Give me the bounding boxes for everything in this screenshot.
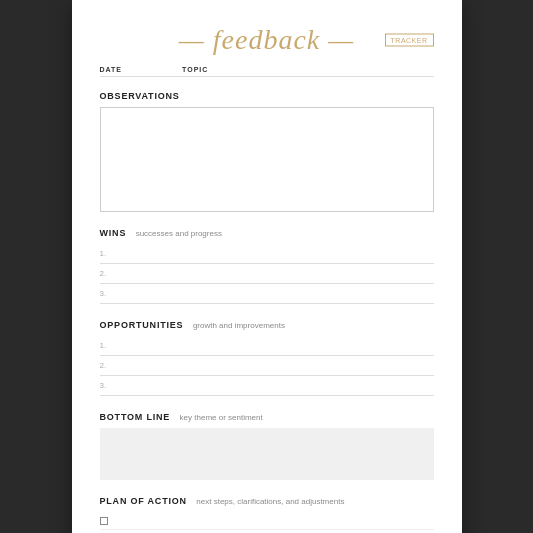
wins-header: WINS successes and progress xyxy=(100,222,434,240)
date-label: DATE xyxy=(100,66,123,73)
opportunities-section: OPPORTUNITIES growth and improvements 1.… xyxy=(100,314,434,396)
plan-of-action-section: PLAN OF ACTION next steps, clarification… xyxy=(100,490,434,533)
observations-label: OBSERVATIONS xyxy=(100,91,180,101)
wins-item-2[interactable]: 2. xyxy=(100,264,434,284)
plan-item-1[interactable] xyxy=(100,512,434,530)
opportunities-header: OPPORTUNITIES growth and improvements xyxy=(100,314,434,332)
opportunities-item-3[interactable]: 3. xyxy=(100,376,434,396)
plan-of-action-label: PLAN OF ACTION xyxy=(100,496,187,506)
opportunities-item-1[interactable]: 1. xyxy=(100,336,434,356)
wins-sublabel: successes and progress xyxy=(136,229,222,238)
bottom-line-label: BOTTOM LINE xyxy=(100,412,171,422)
wins-item-3[interactable]: 3. xyxy=(100,284,434,304)
opportunities-item-2[interactable]: 2. xyxy=(100,356,434,376)
tracker-badge: TRACKER xyxy=(385,34,434,47)
observations-section: OBSERVATIONS xyxy=(100,85,434,212)
wins-section: WINS successes and progress 1. 2. 3. xyxy=(100,222,434,304)
opportunities-sublabel: growth and improvements xyxy=(193,321,285,330)
checkbox-1[interactable] xyxy=(100,517,108,525)
bottom-line-header: BOTTOM LINE key theme or sentiment xyxy=(100,406,434,424)
plan-of-action-header: PLAN OF ACTION next steps, clarification… xyxy=(100,490,434,508)
bottom-line-input-area[interactable] xyxy=(100,428,434,480)
wins-label: WINS xyxy=(100,228,127,238)
form-title: feedback xyxy=(179,24,354,55)
date-topic-row: DATE TOPIC xyxy=(100,66,434,77)
bottom-line-sublabel: key theme or sentiment xyxy=(180,413,263,422)
opportunities-label: OPPORTUNITIES xyxy=(100,320,184,330)
observations-input-area[interactable] xyxy=(100,107,434,212)
topic-label: TOPIC xyxy=(182,66,208,73)
form-header: feedback TRACKER xyxy=(100,24,434,56)
wins-item-1[interactable]: 1. xyxy=(100,244,434,264)
observations-header: OBSERVATIONS xyxy=(100,85,434,103)
feedback-form: feedback TRACKER DATE TOPIC OBSERVATIONS… xyxy=(72,0,462,533)
plan-of-action-sublabel: next steps, clarifications, and adjustme… xyxy=(196,497,344,506)
bottom-line-section: BOTTOM LINE key theme or sentiment xyxy=(100,406,434,480)
